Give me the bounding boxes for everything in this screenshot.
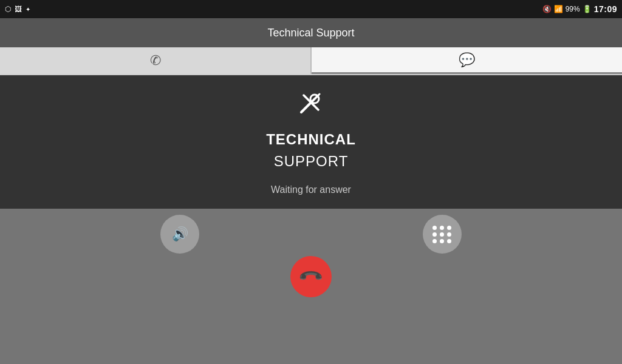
tab-chat[interactable]: 💬 <box>312 47 622 74</box>
battery-icon: 🔋 <box>583 5 592 13</box>
status-right-icons: 🔇 📶 99% 🔋 17:09 <box>542 4 617 14</box>
status-bar: ⬡ 🖼 ✦ 🔇 📶 99% 🔋 17:09 <box>0 0 622 18</box>
action-buttons: 🔊 <box>0 215 622 254</box>
contact-name-line2: SUPPORT <box>274 153 349 170</box>
mute-icon: 🔇 <box>542 5 552 13</box>
wifi-icon: 📶 <box>554 5 563 13</box>
contact-name-line1: TECHNICAL <box>266 131 356 148</box>
end-call-icon: 📞 <box>298 263 325 291</box>
end-call-button[interactable]: 📞 <box>290 256 332 297</box>
tools-icon <box>298 89 324 121</box>
call-status: Waiting for answer <box>271 184 351 195</box>
chat-tab-icon: 💬 <box>459 52 475 68</box>
speaker-icon: 🔊 <box>172 226 188 242</box>
page-title: Technical Support <box>267 27 354 39</box>
phone-tab-icon: ✆ <box>150 53 161 69</box>
title-bar: Technical Support <box>0 18 622 47</box>
battery-percent: 99% <box>566 5 580 13</box>
keypad-button[interactable] <box>423 215 462 254</box>
speaker-button[interactable]: 🔊 <box>160 215 199 254</box>
usb-icon: ⬡ <box>5 5 11 13</box>
status-left-icons: ⬡ 🖼 ✦ <box>5 5 30 13</box>
tabs-container: ✆ 💬 <box>0 47 622 75</box>
keypad-icon <box>432 226 452 243</box>
controls-area: 🔊 📞 <box>0 209 622 303</box>
image-icon: 🖼 <box>15 5 22 13</box>
call-area: TECHNICAL SUPPORT Waiting for answer <box>0 75 622 209</box>
tab-call[interactable]: ✆ <box>0 47 310 74</box>
status-time: 17:09 <box>594 4 617 14</box>
cast-icon: ✦ <box>26 6 30 13</box>
